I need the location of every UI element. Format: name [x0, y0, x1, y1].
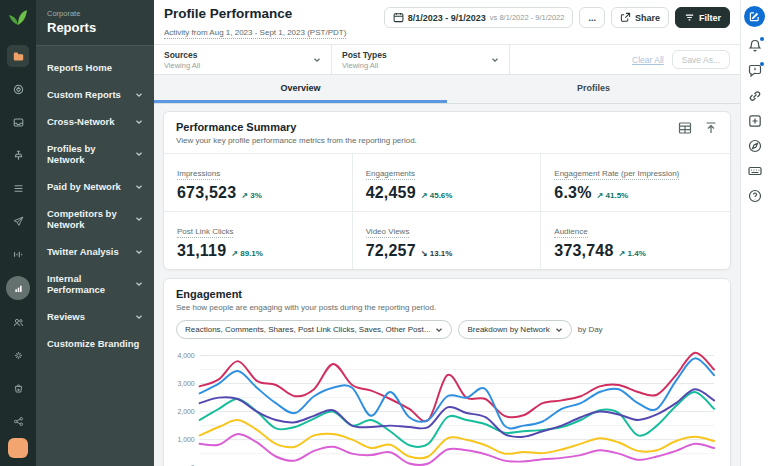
- engagement-card: Engagement See how people are engaging w…: [163, 278, 731, 466]
- series-line-tiktok[interactable]: [200, 358, 714, 428]
- tab-overview[interactable]: Overview: [154, 75, 447, 103]
- post-types-label: Post Types: [342, 50, 387, 60]
- y-axis-tick: 1,000: [177, 436, 194, 443]
- chevron-down-icon: [135, 118, 143, 126]
- header-actions: 8/1/2023 - 9/1/2023 vs 8/1/2022 - 9/1/20…: [384, 7, 730, 28]
- table-view-icon[interactable]: [678, 121, 692, 135]
- post-types-dropdown[interactable]: Post Types Viewing All: [332, 45, 510, 74]
- user-avatar[interactable]: [8, 438, 28, 458]
- date-range-value: 8/1/2023 - 9/1/2023: [408, 13, 486, 23]
- metric-change: ↗ 45.6%: [421, 191, 453, 200]
- chevron-down-icon: [135, 280, 143, 288]
- sidebar-item-reports-home[interactable]: Reports Home: [36, 54, 154, 81]
- tab-profiles[interactable]: Profiles: [447, 75, 740, 103]
- waveform-icon[interactable]: [7, 243, 29, 265]
- series-line-youtube[interactable]: [200, 434, 714, 465]
- sprout-logo-icon[interactable]: [8, 7, 28, 27]
- feedback-comment-icon[interactable]: [747, 63, 763, 79]
- rail-icon-list: [6, 45, 30, 438]
- sidebar-item-reviews[interactable]: Reviews: [36, 303, 154, 330]
- inbox-icon[interactable]: [7, 111, 29, 133]
- metric-label[interactable]: Video Views: [366, 227, 410, 238]
- metric-change: ↘ 13.1%: [421, 249, 453, 258]
- report-activity-range: Activity from Aug 1, 2023 - Sept 1, 2023…: [164, 28, 346, 39]
- metric-label[interactable]: Engagements: [366, 169, 415, 180]
- performance-summary-card: Performance Summary View your key profil…: [163, 111, 731, 270]
- chevron-down-icon: [491, 56, 499, 64]
- metric-label[interactable]: Engagement Rate (per Impression): [554, 169, 679, 180]
- sidebar-item-cross-network[interactable]: Cross-Network: [36, 108, 154, 135]
- metric-audience: Audience 373,748↗ 1.4%: [541, 211, 730, 269]
- app-icon-rail: [0, 0, 36, 466]
- compass-icon[interactable]: [747, 138, 763, 154]
- sidebar-eyebrow: Corporate: [47, 9, 143, 18]
- compose-button[interactable]: [744, 6, 765, 27]
- add-square-icon[interactable]: [747, 113, 763, 129]
- link-icon[interactable]: [747, 88, 763, 104]
- report-body: Performance Summary View your key profil…: [154, 104, 740, 466]
- chevron-down-icon: [555, 326, 563, 334]
- metric-post-link-clicks: Post Link Clicks 31,119↗ 89.1%: [164, 211, 353, 269]
- keyboard-icon[interactable]: [747, 163, 763, 179]
- y-axis-tick: 2,000: [177, 408, 194, 415]
- breakdown-select[interactable]: Breakdown by Network: [458, 320, 571, 339]
- metric-value: 72,257: [366, 242, 416, 260]
- chevron-down-icon: [135, 248, 143, 256]
- chevron-down-icon: [135, 150, 143, 158]
- sources-dropdown[interactable]: Sources Viewing All: [154, 45, 332, 74]
- metric-label[interactable]: Audience: [554, 227, 587, 238]
- engagement-description: See how people are engaging with your po…: [176, 303, 436, 312]
- metric-label[interactable]: Post Link Clicks: [177, 227, 233, 238]
- sidebar-item-twitter-analysis[interactable]: Twitter Analysis: [36, 238, 154, 265]
- date-range-button[interactable]: 8/1/2023 - 9/1/2023 vs 8/1/2022 - 9/1/20…: [384, 7, 574, 28]
- report-filter-bar: Sources Viewing All Post Types Viewing A…: [154, 44, 740, 75]
- sidebar-item-paid-by-network[interactable]: Paid by Network: [36, 173, 154, 200]
- sidebar-item-profiles-by-network[interactable]: Profiles by Network: [36, 135, 154, 173]
- chevron-down-icon: [135, 91, 143, 99]
- reports-sidebar: Corporate Reports Reports Home Custom Re…: [36, 0, 154, 466]
- save-as-button[interactable]: Save As...: [672, 50, 730, 69]
- metric-change: ↗ 1.4%: [619, 249, 646, 258]
- folder-icon[interactable]: [7, 45, 29, 67]
- metric-value: 42,459: [366, 184, 416, 202]
- app-window: Corporate Reports Reports Home Custom Re…: [0, 0, 768, 466]
- granularity-label: by Day: [578, 325, 603, 334]
- metric-change: ↗ 89.1%: [231, 249, 263, 258]
- page-title: Profile Performance: [164, 6, 346, 21]
- feed-list-icon[interactable]: [7, 177, 29, 199]
- more-options-button[interactable]: ...: [579, 7, 605, 28]
- report-header: Profile Performance Activity from Aug 1,…: [154, 0, 740, 44]
- share-nodes-icon[interactable]: [7, 410, 29, 432]
- filter-button[interactable]: Filter: [675, 7, 730, 28]
- chevron-down-icon: [135, 313, 143, 321]
- engagement-metrics-select[interactable]: Reactions, Comments, Shares, Post Link C…: [176, 320, 452, 339]
- metric-impressions: Impressions 673,523↗ 3%: [164, 153, 353, 211]
- series-line-instagram[interactable]: [200, 353, 714, 422]
- person-gear-icon[interactable]: [7, 344, 29, 366]
- pin-icon[interactable]: [7, 144, 29, 166]
- chevron-down-icon: [313, 56, 321, 64]
- people-icon[interactable]: [7, 311, 29, 333]
- share-button[interactable]: Share: [611, 7, 669, 28]
- reports-bar-chart-icon[interactable]: [6, 276, 30, 300]
- paper-plane-icon[interactable]: [7, 210, 29, 232]
- target-icon[interactable]: [7, 78, 29, 100]
- clear-all-link[interactable]: Clear All: [632, 55, 664, 65]
- main-content: Profile Performance Activity from Aug 1,…: [154, 0, 740, 466]
- metric-label[interactable]: Impressions: [177, 169, 220, 180]
- sidebar-item-competitors-by-network[interactable]: Competitors by Network: [36, 200, 154, 238]
- bag-star-icon[interactable]: [7, 377, 29, 399]
- notifications-bell-icon[interactable]: [747, 38, 763, 54]
- metric-change: ↗ 3%: [241, 191, 262, 200]
- metric-video-views: Video Views 72,257↘ 13.1%: [353, 211, 542, 269]
- chevron-down-icon: [435, 326, 443, 334]
- y-axis-tick: 3,000: [177, 380, 194, 387]
- sidebar-item-custom-reports[interactable]: Custom Reports: [36, 81, 154, 108]
- sidebar-item-internal-performance[interactable]: Internal Performance: [36, 265, 154, 303]
- engagement-line-chart[interactable]: 01,0002,0003,0004,0001234567891011121314…: [164, 343, 730, 466]
- sidebar-item-customize-branding[interactable]: Customize Branding: [36, 330, 154, 357]
- sidebar-header: Corporate Reports: [36, 0, 154, 46]
- report-tabs: Overview Profiles: [154, 75, 740, 104]
- help-icon[interactable]: [747, 188, 763, 204]
- export-icon[interactable]: [704, 121, 718, 135]
